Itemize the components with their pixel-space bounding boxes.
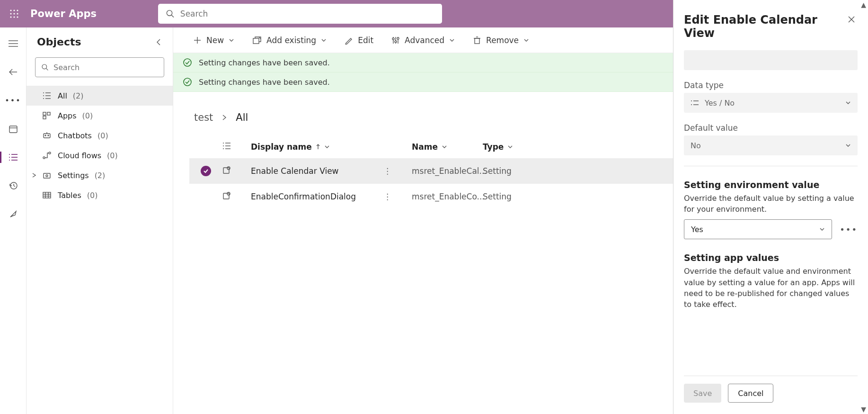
sort-asc-icon (316, 144, 320, 150)
chevron-down-icon (449, 37, 455, 43)
setting-icon (222, 166, 251, 176)
description-input[interactable] (684, 50, 858, 70)
setting-icon (222, 191, 251, 202)
edit-icon (345, 36, 353, 45)
row-more-button[interactable]: ⋮ (383, 192, 412, 201)
chevron-down-icon (321, 37, 327, 43)
column-name[interactable]: Name (412, 142, 483, 152)
breadcrumb-current: All (236, 112, 248, 123)
cmd-advanced[interactable]: Advanced (388, 33, 459, 48)
global-search[interactable] (158, 4, 442, 24)
cmd-new[interactable]: New (189, 33, 238, 48)
rail-back[interactable] (4, 64, 23, 80)
sidebar-item-count: (0) (82, 111, 93, 120)
default-value-select: No (684, 135, 858, 155)
svg-rect-36 (47, 112, 50, 115)
settings-icon (43, 171, 52, 179)
check-circle-icon (183, 58, 192, 67)
app-title: Power Apps (30, 8, 97, 19)
add-existing-icon (252, 36, 262, 45)
objects-sidebar: Objects All (2) Apps (0) Chatbots (0) (27, 27, 173, 414)
global-search-input[interactable] (180, 9, 434, 18)
sidebar-item-tables[interactable]: Tables (0) (27, 185, 173, 205)
svg-point-6 (10, 16, 11, 18)
chevron-down-icon (229, 37, 234, 43)
row-type: Setting (483, 166, 554, 176)
table-icon (43, 191, 52, 199)
cmd-label: Remove (486, 36, 519, 45)
chevron-down-icon (507, 144, 513, 150)
cmd-add-existing[interactable]: Add existing (248, 33, 330, 48)
sidebar-item-cloudflows[interactable]: Cloud flows (0) (27, 145, 173, 165)
svg-rect-72 (223, 168, 229, 173)
sidebar-search[interactable] (35, 57, 164, 77)
sidebar-item-label: Cloud flows (58, 151, 101, 160)
sidebar-item-settings[interactable]: Settings (2) (27, 165, 173, 185)
svg-point-59 (397, 37, 399, 39)
row-more-button[interactable]: ⋮ (383, 166, 412, 176)
column-display-name[interactable]: Display name (251, 142, 383, 152)
rail-app[interactable] (4, 121, 23, 136)
chevron-right-icon (221, 112, 227, 123)
rail-objects[interactable] (4, 150, 23, 165)
close-icon (847, 15, 856, 24)
sidebar-title: Objects (37, 36, 81, 48)
sidebar-item-apps[interactable]: Apps (0) (27, 106, 173, 126)
row-display-name: EnableConfirmationDialog (251, 192, 383, 201)
breadcrumb-root[interactable]: test (194, 112, 213, 123)
env-value-select[interactable]: Yes (684, 219, 832, 239)
row-selected-indicator[interactable] (201, 166, 211, 176)
svg-point-41 (48, 135, 49, 136)
close-panel-button[interactable] (845, 13, 858, 27)
cancel-button[interactable]: Cancel (728, 384, 773, 403)
svg-point-43 (49, 152, 51, 154)
rail-history[interactable] (4, 178, 23, 193)
svg-rect-44 (44, 173, 50, 178)
sidebar-item-chatbots[interactable]: Chatbots (0) (27, 126, 173, 145)
list-icon (43, 92, 52, 99)
save-button[interactable]: Save (684, 384, 721, 403)
app-values-help: Override the default value and environme… (684, 266, 858, 310)
svg-rect-37 (43, 116, 46, 119)
rail-publish[interactable] (4, 207, 23, 222)
divider (684, 166, 858, 166)
collapse-sidebar-icon[interactable] (155, 38, 162, 46)
env-value-more-button[interactable]: ••• (840, 225, 858, 234)
data-type-select: Yes / No (684, 93, 858, 113)
cmd-label: New (206, 36, 224, 45)
column-type[interactable]: Type (483, 142, 554, 152)
data-type-value: Yes / No (705, 99, 735, 108)
sidebar-search-input[interactable] (53, 63, 158, 72)
svg-point-40 (45, 135, 46, 136)
sidebar-item-label: Apps (58, 111, 77, 120)
row-name: msret_EnableCo... (412, 192, 483, 201)
rail-more[interactable]: ••• (4, 93, 23, 108)
cmd-edit[interactable]: Edit (341, 33, 377, 48)
cmd-remove[interactable]: Remove (469, 33, 533, 48)
sidebar-item-all[interactable]: All (2) (27, 86, 173, 106)
scroll-up-icon[interactable]: ▲ (861, 1, 866, 9)
svg-rect-60 (475, 38, 479, 44)
more-icon: ••• (5, 96, 21, 105)
column-type-icon[interactable] (222, 142, 251, 152)
sidebar-item-count: (0) (97, 131, 108, 140)
app-launcher-button[interactable] (5, 4, 24, 23)
env-value-help: Override the default value by setting a … (684, 193, 858, 215)
svg-point-2 (17, 9, 18, 11)
svg-point-63 (184, 59, 191, 66)
search-icon (41, 63, 49, 72)
expand-icon[interactable] (31, 171, 37, 180)
svg-point-27 (42, 64, 47, 69)
svg-point-73 (227, 167, 230, 170)
panel-title: Edit Enable Calendar View (684, 13, 845, 40)
svg-point-0 (10, 9, 11, 11)
rail-hamburger[interactable] (4, 36, 23, 51)
scroll-down-icon[interactable]: ▼ (861, 405, 866, 413)
env-value-heading: Setting environment value (684, 180, 858, 190)
chevron-down-icon (442, 144, 447, 150)
sidebar-item-count: (2) (95, 171, 106, 180)
default-value-label: Default value (684, 123, 858, 133)
search-icon (166, 9, 175, 18)
default-value: No (691, 141, 701, 150)
yesno-icon (691, 99, 699, 106)
